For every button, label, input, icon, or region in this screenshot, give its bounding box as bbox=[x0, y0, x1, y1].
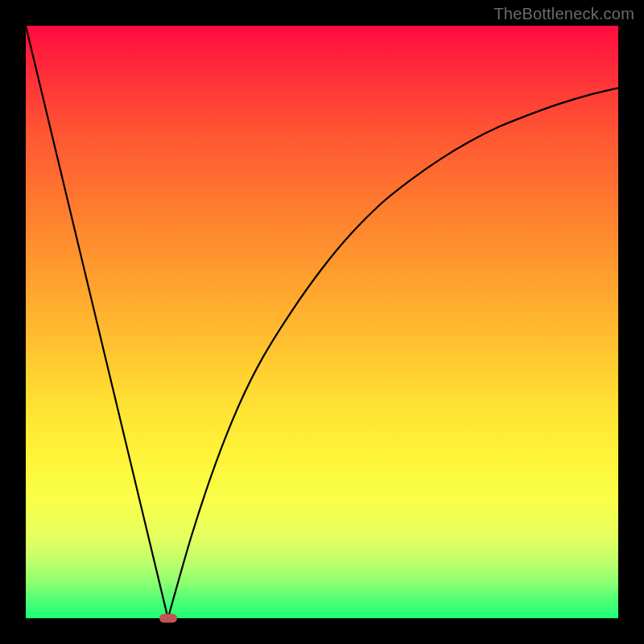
chart-frame: TheBottleneck.com bbox=[0, 0, 644, 644]
bottleneck-curve bbox=[26, 26, 618, 618]
minimum-marker bbox=[159, 614, 177, 623]
plot-area bbox=[26, 26, 618, 618]
watermark-text: TheBottleneck.com bbox=[493, 5, 634, 23]
curve-svg bbox=[26, 26, 618, 618]
